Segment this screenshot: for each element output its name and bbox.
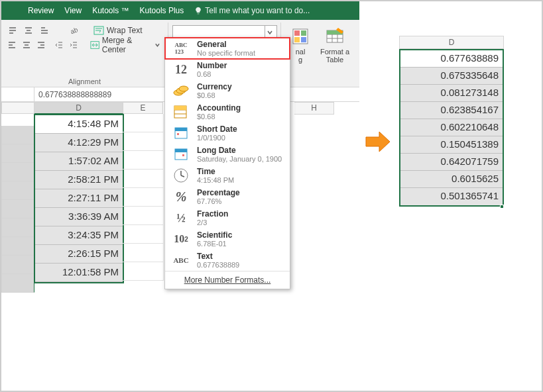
increase-indent-button[interactable]	[67, 38, 80, 52]
result-cell[interactable]: 0.081273148	[400, 85, 503, 102]
result-cell[interactable]: 0.6015625	[400, 171, 503, 188]
result-cell[interactable]: 0.675335648	[400, 68, 503, 85]
svg-point-34	[179, 86, 188, 91]
wrap-text-button[interactable]: Wrap Text	[90, 24, 146, 37]
svg-rect-24	[294, 37, 300, 42]
result-cell[interactable]: 0.501365741	[400, 188, 503, 205]
orientation-button[interactable]: ab	[66, 24, 81, 37]
selection-column-d: 4:15:48 PM 4:12:29 PM 1:57:02 AM 2:58:21…	[34, 114, 124, 283]
column-header-h[interactable]: H	[294, 102, 334, 115]
row-header[interactable]	[1, 181, 34, 200]
column-header-d[interactable]: D	[34, 102, 123, 114]
svg-rect-38	[174, 106, 186, 110]
cell[interactable]: 12:01:58 PM	[35, 264, 123, 282]
cell[interactable]: 3:24:35 PM	[35, 226, 123, 245]
cell[interactable]: 2:27:11 PM	[35, 189, 123, 208]
format-scientific[interactable]: 102 Scientific6.78E-01	[165, 228, 290, 250]
format-fraction[interactable]: ½ Fraction2/3	[165, 207, 290, 228]
merge-center-button[interactable]: Merge & Center	[87, 38, 164, 52]
result-cell[interactable]: 0.602210648	[400, 119, 503, 136]
format-time[interactable]: Time4:15:48 PM	[165, 165, 290, 186]
tab-view[interactable]: View	[64, 6, 82, 15]
row-header[interactable]	[1, 126, 34, 144]
format-currency[interactable]: Currency$0.68	[165, 80, 290, 101]
result-column: D 0.677638889 0.675335648 0.081273148 0.…	[399, 36, 504, 211]
row-header[interactable]	[1, 274, 34, 293]
align-bottom-button[interactable]	[37, 24, 52, 37]
format-text[interactable]: ABC Text0.677638889	[165, 250, 290, 271]
align-top-button[interactable]	[5, 24, 20, 37]
alignment-label: Alignment	[5, 76, 164, 87]
short-date-icon	[172, 124, 190, 142]
svg-rect-44	[182, 154, 184, 156]
svg-rect-23	[301, 30, 306, 36]
format-long-date[interactable]: Long DateSaturday, January 0, 1900	[165, 144, 290, 165]
row-headers	[1, 126, 34, 293]
svg-rect-40	[175, 128, 187, 131]
tab-kutools[interactable]: Kutools ™	[92, 6, 129, 15]
row-header[interactable]	[1, 144, 34, 163]
row-header[interactable]	[1, 256, 34, 274]
row-header[interactable]	[1, 219, 34, 237]
align-middle-button[interactable]	[21, 24, 36, 37]
row-header[interactable]	[1, 163, 34, 181]
cell[interactable]: 4:15:48 PM	[35, 115, 123, 134]
long-date-icon	[172, 145, 190, 164]
svg-rect-25	[301, 37, 306, 42]
arrow-icon	[365, 130, 391, 153]
number-format-menu: ABC123 GeneralNo specific format 12 Numb…	[164, 37, 290, 289]
cell[interactable]: 2:58:21 PM	[35, 171, 123, 189]
currency-icon	[172, 81, 190, 100]
percentage-icon: %	[172, 187, 190, 206]
format-number[interactable]: 12 Number0.68	[165, 59, 290, 80]
format-percentage[interactable]: % Percentage67.76%	[165, 186, 290, 207]
result-cell[interactable]: 0.677638889	[400, 50, 503, 68]
format-accounting[interactable]: Accounting$0.68	[165, 101, 290, 122]
cell[interactable]: 4:12:29 PM	[35, 134, 123, 152]
svg-rect-22	[294, 30, 300, 36]
ribbon-tabs: Review View Kutools ™ Kutools Plus Tell …	[1, 1, 359, 20]
format-as-table-button[interactable]: Format aTable	[318, 25, 351, 87]
accounting-icon	[172, 103, 190, 121]
column-headers: D E H	[1, 102, 163, 114]
cell[interactable]: 3:36:39 AM	[35, 208, 123, 226]
styles-group: nalg Format aTable	[281, 23, 354, 87]
result-cell[interactable]: 0.150451389	[400, 136, 503, 154]
align-center-button[interactable]	[20, 38, 33, 52]
text-icon: ABC	[172, 251, 190, 270]
row-header[interactable]	[1, 237, 34, 256]
selection-handle[interactable]	[500, 205, 504, 209]
more-number-formats[interactable]: More Number Formats...	[165, 271, 290, 289]
scientific-icon: 102	[172, 230, 190, 248]
cell[interactable]: 1:57:02 AM	[35, 152, 123, 171]
result-cell[interactable]: 0.642071759	[400, 154, 503, 171]
cell[interactable]: 2:26:15 PM	[35, 245, 123, 264]
tab-kutools-plus[interactable]: Kutools Plus	[140, 6, 184, 15]
name-box[interactable]	[1, 87, 34, 101]
general-icon: ABC123	[172, 39, 190, 58]
align-left-button[interactable]	[5, 38, 19, 52]
result-column-header-d[interactable]: D	[399, 36, 504, 49]
lightbulb-icon	[194, 7, 202, 15]
column-header-e[interactable]: E	[123, 102, 163, 114]
fraction-icon: ½	[172, 209, 190, 227]
alignment-group: ab Wrap Text	[1, 23, 168, 87]
svg-text:ab: ab	[70, 26, 78, 35]
number-icon: 12	[172, 60, 190, 79]
tell-me[interactable]: Tell me what you want to do...	[194, 6, 310, 15]
tab-review[interactable]: Review	[28, 6, 54, 15]
format-short-date[interactable]: Short Date1/0/1900	[165, 122, 290, 144]
svg-rect-41	[177, 133, 179, 135]
align-right-button[interactable]	[34, 38, 48, 52]
result-cell[interactable]: 0.623854167	[400, 102, 503, 119]
decrease-indent-button[interactable]	[52, 38, 66, 52]
worksheet-area: D E H 4:15:48 PM 4:12:29 PM 1:57:02 AM 2…	[1, 102, 359, 391]
time-icon	[172, 166, 190, 185]
svg-rect-43	[175, 149, 187, 152]
select-all-corner[interactable]	[1, 102, 34, 114]
format-general[interactable]: ABC123 GeneralNo specific format	[164, 37, 290, 60]
row-header[interactable]	[1, 200, 34, 219]
